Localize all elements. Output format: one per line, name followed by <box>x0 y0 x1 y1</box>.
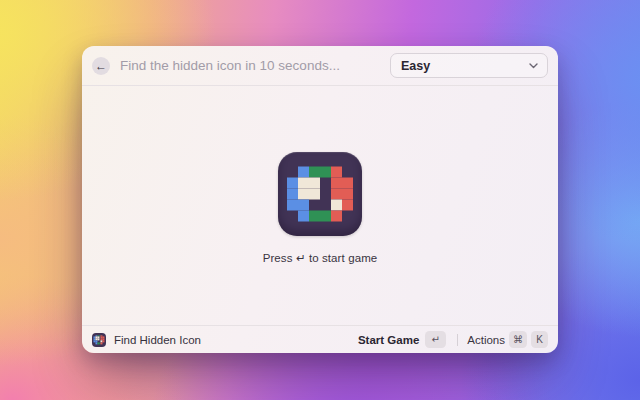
difficulty-dropdown[interactable]: Easy <box>390 53 548 78</box>
footer-divider <box>457 334 458 346</box>
header-bar: ← Find the hidden icon in 10 seconds... … <box>82 46 558 86</box>
desktop-background: { "header": { "back_icon": "←", "search_… <box>0 0 640 400</box>
back-arrow-icon: ← <box>95 60 107 72</box>
app-window: ← Find the hidden icon in 10 seconds... … <box>82 46 558 353</box>
main-content: Press ↵ to start game <box>82 86 558 325</box>
actions-button[interactable]: Actions <box>467 334 505 346</box>
game-app-icon <box>278 152 362 236</box>
app-logo-icon <box>92 333 106 347</box>
start-game-button[interactable]: Start Game <box>358 334 419 346</box>
enter-keycap: ↵ <box>425 331 446 348</box>
difficulty-value: Easy <box>401 59 430 73</box>
start-hint-text: Press ↵ to start game <box>263 251 378 265</box>
command-keycap: ⌘ <box>509 331 527 348</box>
back-button[interactable]: ← <box>92 57 110 75</box>
search-input[interactable]: Find the hidden icon in 10 seconds... <box>120 58 390 73</box>
app-name: Find Hidden Icon <box>114 334 201 346</box>
k-keycap: K <box>531 331 548 348</box>
footer-bar: Find Hidden Icon Start Game ↵ Actions ⌘ … <box>82 325 558 353</box>
chevron-down-icon <box>529 63 538 69</box>
